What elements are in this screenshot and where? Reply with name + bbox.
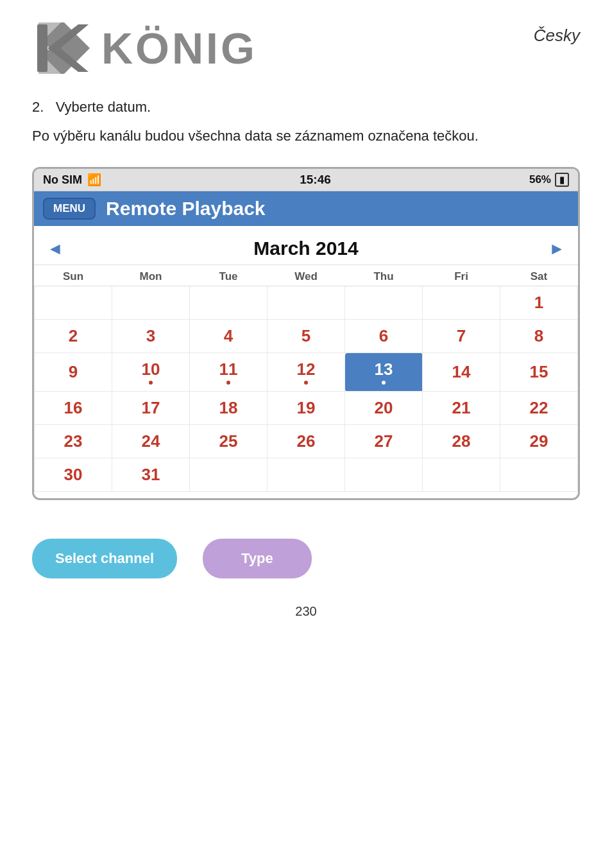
step-label: 2. Vyberte datum. <box>32 96 580 117</box>
page-number: 230 <box>0 598 612 638</box>
status-right: 56% ▮ <box>529 173 569 187</box>
day-sun: Sun <box>35 265 112 286</box>
calendar-day[interactable]: 18 <box>190 392 268 425</box>
calendar-day[interactable]: 30 <box>35 458 112 492</box>
wifi-icon: 📶 <box>87 173 101 187</box>
language-label: Česky <box>534 19 580 46</box>
app-title: Remote Playback <box>106 198 265 220</box>
recording-dot <box>226 381 230 385</box>
status-left: No SIM 📶 <box>43 173 101 187</box>
calendar-day <box>112 286 190 320</box>
calendar-day[interactable]: 25 <box>190 425 268 458</box>
menu-button[interactable]: MENU <box>43 198 96 220</box>
calendar-day[interactable]: 27 <box>345 425 423 458</box>
calendar-day[interactable]: 7 <box>423 320 500 353</box>
page-header: KÖNIG Česky <box>0 0 612 83</box>
calendar-header-row: Sun Mon Tue Wed Thu Fri Sat <box>35 265 578 286</box>
step-area: 2. Vyberte datum. Po výběru kanálu budou… <box>0 83 612 161</box>
day-fri: Fri <box>423 265 500 286</box>
calendar-day[interactable]: 8 <box>500 320 578 353</box>
calendar-day <box>268 458 345 492</box>
status-time: 15:46 <box>300 173 331 187</box>
calendar-row: 16171819202122 <box>35 392 578 425</box>
calendar-day[interactable]: 22 <box>500 392 578 425</box>
calendar-day[interactable]: 11 <box>190 353 268 392</box>
type-button[interactable]: Type <box>203 539 312 578</box>
calendar-day[interactable]: 31 <box>112 458 190 492</box>
day-tue: Tue <box>190 265 268 286</box>
calendar-day[interactable]: 23 <box>35 425 112 458</box>
select-channel-button[interactable]: Select channel <box>32 539 177 578</box>
sim-label: No SIM <box>43 173 82 187</box>
calendar-day[interactable]: 5 <box>268 320 345 353</box>
status-bar: No SIM 📶 15:46 56% ▮ <box>34 169 578 191</box>
calendar-month-year: March 2014 <box>253 238 358 259</box>
calendar: ◄ March 2014 ► Sun Mon Tue Wed Thu Fri S… <box>34 226 578 498</box>
recording-dot <box>149 381 153 385</box>
calendar-day[interactable]: 13 <box>345 353 423 392</box>
svg-rect-3 <box>37 24 47 72</box>
calendar-day[interactable]: 20 <box>345 392 423 425</box>
day-sat: Sat <box>500 265 578 286</box>
day-thu: Thu <box>345 265 423 286</box>
konig-k-logo <box>32 19 90 77</box>
next-month-button[interactable]: ► <box>548 239 565 259</box>
calendar-day[interactable]: 4 <box>190 320 268 353</box>
prev-month-button[interactable]: ◄ <box>47 239 64 259</box>
calendar-day <box>500 458 578 492</box>
calendar-day[interactable]: 1 <box>500 286 578 320</box>
phone-mockup: No SIM 📶 15:46 56% ▮ MENU Remote Playbac… <box>32 167 580 500</box>
battery-icon: ▮ <box>555 173 569 187</box>
calendar-day[interactable]: 3 <box>112 320 190 353</box>
calendar-day[interactable]: 9 <box>35 353 112 392</box>
calendar-grid: Sun Mon Tue Wed Thu Fri Sat 123456789101… <box>34 265 578 492</box>
calendar-day <box>268 286 345 320</box>
calendar-day[interactable]: 29 <box>500 425 578 458</box>
calendar-day[interactable]: 16 <box>35 392 112 425</box>
calendar-day[interactable]: 24 <box>112 425 190 458</box>
action-buttons-row: Select channel Type <box>0 519 612 598</box>
calendar-row: 3031 <box>35 458 578 492</box>
recording-dot <box>304 381 308 385</box>
calendar-day <box>190 458 268 492</box>
calendar-day[interactable]: 21 <box>423 392 500 425</box>
calendar-nav: ◄ March 2014 ► <box>34 232 578 265</box>
logo-text: KÖNIG <box>101 23 257 73</box>
logo-area: KÖNIG <box>32 19 257 77</box>
calendar-day <box>423 458 500 492</box>
calendar-day[interactable]: 6 <box>345 320 423 353</box>
battery-percent: 56% <box>529 173 551 186</box>
calendar-day[interactable]: 28 <box>423 425 500 458</box>
calendar-day[interactable]: 15 <box>500 353 578 392</box>
calendar-day[interactable]: 17 <box>112 392 190 425</box>
app-header: MENU Remote Playback <box>34 191 578 226</box>
calendar-day[interactable]: 2 <box>35 320 112 353</box>
description-text: Po výběru kanálu budou všechna data se z… <box>32 125 580 146</box>
calendar-day <box>423 286 500 320</box>
calendar-row: 9101112131415 <box>35 353 578 392</box>
calendar-day[interactable]: 14 <box>423 353 500 392</box>
calendar-day <box>35 286 112 320</box>
recording-dot <box>382 381 386 385</box>
calendar-day[interactable]: 12 <box>268 353 345 392</box>
day-wed: Wed <box>268 265 345 286</box>
calendar-day <box>190 286 268 320</box>
day-mon: Mon <box>112 265 190 286</box>
calendar-day <box>345 458 423 492</box>
calendar-day[interactable]: 26 <box>268 425 345 458</box>
calendar-row: 23242526272829 <box>35 425 578 458</box>
calendar-row: 1 <box>35 286 578 320</box>
calendar-day[interactable]: 19 <box>268 392 345 425</box>
calendar-day[interactable]: 10 <box>112 353 190 392</box>
calendar-row: 2345678 <box>35 320 578 353</box>
calendar-day <box>345 286 423 320</box>
